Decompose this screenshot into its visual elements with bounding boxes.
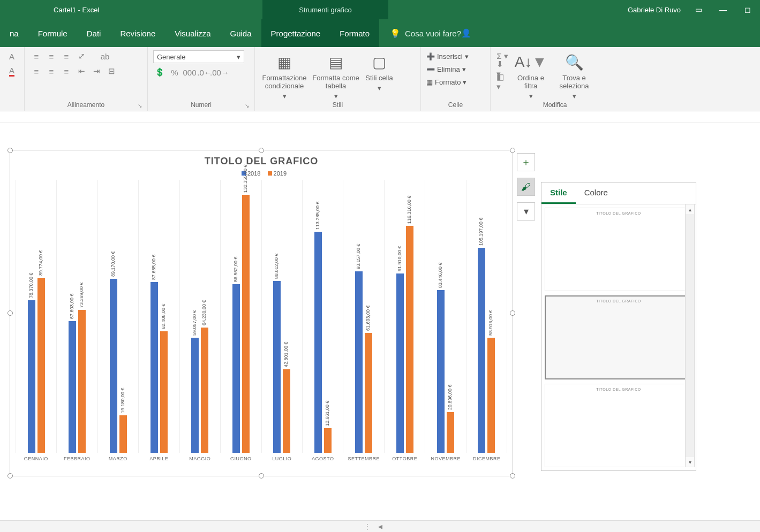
resize-handle[interactable] [259, 148, 264, 153]
tell-me-search[interactable]: 💡 Cosa vuoi fare? [379, 28, 461, 39]
tab-formule[interactable]: Formule [28, 19, 77, 47]
tab-guida[interactable]: Guida [221, 19, 261, 47]
account-icon[interactable]: 👤 [461, 28, 471, 38]
chart-bar[interactable]: 67.603,00 € [69, 321, 76, 453]
wrap-text-icon[interactable]: ab [99, 50, 111, 62]
sort-filter-button[interactable]: A↓▼ Ordina e filtra▾ [512, 50, 550, 100]
format-as-table-button[interactable]: ▤ Formatta come tabella▾ [312, 50, 360, 100]
stylepane-tab-stile[interactable]: Stile [541, 183, 576, 204]
chart-bar[interactable]: 86.562,00 € [232, 284, 240, 453]
chart-bar[interactable]: 89.774,00 € [37, 278, 45, 453]
align-middle-icon[interactable]: ≡ [45, 50, 58, 62]
minimize-icon[interactable]: — [711, 0, 735, 19]
chart-plot-area[interactable]: 78.370,00 €89.774,00 €67.603,00 €73.369,… [16, 180, 507, 453]
chart-bar[interactable]: 12.661,00 € [324, 428, 332, 453]
chart-category-group[interactable]: 87.655,00 €62.408,00 € [138, 180, 179, 453]
comma-format-icon[interactable]: 000 [183, 66, 196, 78]
resize-handle[interactable] [510, 310, 515, 316]
number-format-dropdown[interactable]: Generale▾ [153, 50, 244, 63]
chart-title[interactable]: TITOLO DEL GRAFICO [10, 150, 513, 170]
chart-category-group[interactable]: 91.910,00 €116.316,00 € [384, 180, 425, 453]
resize-handle[interactable] [510, 148, 515, 153]
chart-category-group[interactable]: 83.446,00 €20.896,00 € [425, 180, 465, 453]
chart-bar[interactable]: 93.157,00 € [355, 271, 363, 453]
style-preview[interactable]: TITOLO DEL GRAFICO [545, 295, 693, 379]
chart-bar[interactable]: 64.230,00 € [201, 328, 208, 453]
chart-object[interactable]: TITOLO DEL GRAFICO 2018 2019 78.370,00 €… [10, 150, 513, 476]
chart-bar[interactable]: 61.603,00 € [365, 333, 372, 453]
scroll-left-icon[interactable]: ◂ [375, 521, 386, 531]
delete-cells-button[interactable]: ➖Elimina ▾ [426, 63, 466, 75]
resize-handle[interactable] [259, 473, 264, 478]
tab-dati[interactable]: Dati [77, 19, 111, 47]
chart-bar[interactable]: 73.369,00 € [78, 310, 86, 453]
align-center-icon[interactable]: ≡ [45, 65, 58, 77]
scroll-up-icon[interactable]: ▴ [686, 204, 694, 214]
sheet-scroll-strip[interactable]: ⋮ ◂ [0, 520, 760, 532]
chart-bar[interactable]: 88.012,00 € [273, 281, 281, 453]
chart-bar[interactable]: 116.316,00 € [406, 226, 413, 453]
chart-bar[interactable]: 113.285,00 € [314, 232, 322, 453]
cell-styles-button[interactable]: ▢ Stili cella▾ [363, 50, 395, 92]
font-size-icon[interactable]: A [5, 50, 18, 62]
chart-elements-button[interactable]: ＋ [517, 153, 535, 171]
merge-center-icon[interactable]: ⊟ [105, 65, 118, 77]
align-bottom-icon[interactable]: ≡ [60, 50, 73, 62]
chart-bar[interactable]: 91.910,00 € [396, 273, 404, 453]
accounting-format-icon[interactable]: 💲 [153, 66, 166, 78]
insert-cells-button[interactable]: ➕Inserisci ▾ [426, 50, 469, 62]
stylepane-tab-colore[interactable]: Colore [576, 183, 616, 204]
conditional-formatting-button[interactable]: ▦ Formattazione condizionale▾ [260, 50, 308, 100]
chart-category-group[interactable]: 86.562,00 €132.355,00 € [220, 180, 261, 453]
chart-category-group[interactable]: 67.603,00 €73.369,00 € [56, 180, 97, 453]
resize-handle[interactable] [7, 473, 13, 478]
align-top-icon[interactable]: ≡ [30, 50, 43, 62]
tab-formato[interactable]: Formato [330, 19, 379, 47]
chart-bar[interactable]: 59.057,00 € [191, 338, 199, 453]
chart-category-group[interactable]: 59.057,00 €64.230,00 € [179, 180, 220, 453]
chart-bar[interactable]: 62.408,00 € [160, 331, 168, 453]
style-preview[interactable]: TITOLO DEL GRAFICO [545, 208, 693, 291]
percent-format-icon[interactable]: % [168, 66, 181, 78]
increase-decimal-icon[interactable]: .0← [198, 66, 211, 78]
chart-bar[interactable]: 20.896,00 € [447, 412, 454, 453]
chart-filters-button[interactable]: ▾ [517, 202, 535, 221]
align-left-icon[interactable]: ≡ [30, 65, 43, 77]
chart-bar[interactable]: 42.801,00 € [283, 369, 290, 453]
decrease-decimal-icon[interactable]: .00→ [213, 66, 226, 78]
dialog-launcher-icon[interactable]: ↘ [138, 103, 142, 109]
tab-progettazione[interactable]: Progettazione [261, 19, 330, 47]
resize-handle[interactable] [7, 310, 13, 316]
font-color-icon[interactable]: A [5, 65, 18, 77]
chart-bar[interactable]: 89.170,00 € [110, 279, 117, 453]
sheet-tab-grip-icon[interactable]: ⋮ [0, 523, 375, 530]
clear-icon[interactable]: ◧ ▾ [496, 76, 509, 88]
find-select-button[interactable]: 🔍 Trova e seleziona▾ [553, 50, 596, 100]
chart-category-group[interactable]: 78.370,00 €89.774,00 € [16, 180, 56, 453]
style-preview[interactable]: TITOLO DEL GRAFICO [545, 384, 693, 467]
chart-category-group[interactable]: 88.012,00 €42.801,00 € [261, 180, 302, 453]
chart-bar[interactable]: 105.197,00 € [478, 248, 485, 453]
stylepane-scrollbar[interactable]: ▴ ▾ [685, 204, 695, 467]
worksheet-area[interactable]: TITOLO DEL GRAFICO 2018 2019 78.370,00 €… [0, 123, 760, 532]
maximize-icon[interactable]: ◻ [735, 0, 760, 19]
resize-handle[interactable] [7, 148, 13, 153]
tab-partial[interactable]: na [0, 19, 28, 47]
align-right-icon[interactable]: ≡ [60, 65, 73, 77]
chart-bar[interactable]: 58.916,00 € [487, 338, 495, 453]
chart-category-group[interactable]: 113.285,00 €12.661,00 € [302, 180, 343, 453]
ribbon-display-options-icon[interactable]: ▭ [686, 0, 711, 19]
decrease-indent-icon[interactable]: ⇤ [75, 65, 88, 77]
chart-x-axis[interactable]: GENNAIOFEBBRAIOMARZOAPRILEMAGGIOGIUGNOLU… [16, 456, 507, 461]
tab-visualizza[interactable]: Visualizza [165, 19, 220, 47]
chart-bar[interactable]: 78.370,00 € [28, 300, 35, 453]
chart-bar[interactable]: 132.355,00 € [242, 195, 250, 453]
orientation-icon[interactable]: ⤢ [75, 50, 88, 62]
chart-bar[interactable]: 83.446,00 € [437, 290, 445, 453]
scroll-down-icon[interactable]: ▾ [686, 457, 694, 467]
chart-legend[interactable]: 2018 2019 [10, 170, 513, 180]
chart-category-group[interactable]: 89.170,00 €19.180,00 € [97, 180, 138, 453]
format-cells-button[interactable]: ▦Formato ▾ [426, 76, 466, 88]
chart-category-group[interactable]: 93.157,00 €61.603,00 € [343, 180, 383, 453]
increase-indent-icon[interactable]: ⇥ [90, 65, 103, 77]
